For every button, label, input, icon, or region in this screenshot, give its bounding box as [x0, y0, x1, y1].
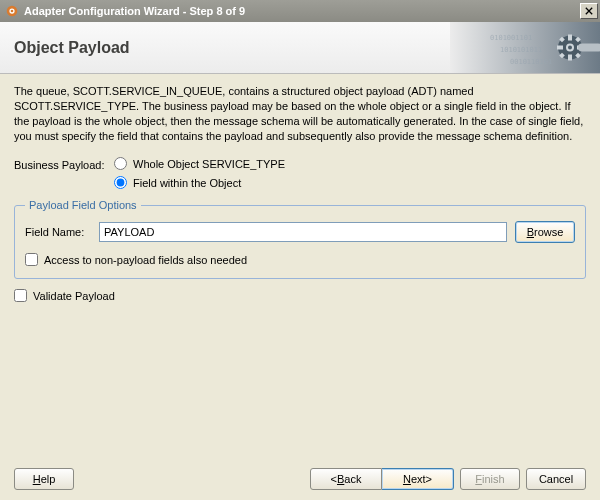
- header-decoration: 0101001101 1010101011 0010110101: [450, 22, 600, 73]
- svg-rect-10: [568, 55, 572, 61]
- radio-whole-object-label: Whole Object SERVICE_TYPE: [133, 158, 285, 170]
- business-payload-row: Business Payload: Whole Object SERVICE_T…: [14, 157, 586, 189]
- finish-button: Finish: [460, 468, 520, 490]
- wizard-footer: Help < Back Next > Finish Cancel: [0, 458, 600, 500]
- svg-point-17: [568, 46, 572, 50]
- validate-payload-label: Validate Payload: [33, 290, 115, 302]
- radio-field-within[interactable]: Field within the Object: [114, 176, 285, 189]
- nav-button-group: < Back Next >: [310, 468, 454, 490]
- svg-text:1010101011: 1010101011: [500, 46, 542, 54]
- radio-field-within-input[interactable]: [114, 176, 127, 189]
- field-name-input[interactable]: [99, 222, 507, 242]
- radio-field-within-label: Field within the Object: [133, 177, 241, 189]
- business-payload-radios: Whole Object SERVICE_TYPE Field within t…: [114, 157, 285, 189]
- description-text: The queue, SCOTT.SERVICE_IN_QUEUE, conta…: [14, 84, 586, 143]
- back-button[interactable]: < Back: [310, 468, 382, 490]
- close-button[interactable]: [580, 3, 598, 19]
- window-title: Adapter Configuration Wizard - Step 8 of…: [24, 5, 580, 17]
- cancel-button[interactable]: Cancel: [526, 468, 586, 490]
- radio-whole-object[interactable]: Whole Object SERVICE_TYPE: [114, 157, 285, 170]
- wizard-content: The queue, SCOTT.SERVICE_IN_QUEUE, conta…: [0, 74, 600, 302]
- help-button[interactable]: Help: [14, 468, 74, 490]
- access-non-payload-input[interactable]: [25, 253, 38, 266]
- svg-rect-9: [568, 35, 572, 41]
- app-icon: [4, 3, 20, 19]
- title-bar: Adapter Configuration Wizard - Step 8 of…: [0, 0, 600, 22]
- svg-text:0101001101: 0101001101: [490, 34, 532, 42]
- field-name-label: Field Name:: [25, 226, 91, 238]
- access-non-payload-checkbox[interactable]: Access to non-payload fields also needed: [25, 253, 575, 266]
- svg-text:0010110101: 0010110101: [510, 58, 552, 66]
- validate-payload-checkbox[interactable]: Validate Payload: [14, 289, 586, 302]
- payload-field-options-group: Payload Field Options Field Name: Browse…: [14, 199, 586, 279]
- svg-rect-11: [557, 46, 563, 50]
- field-name-row: Field Name: Browse: [25, 221, 575, 243]
- browse-button[interactable]: Browse: [515, 221, 575, 243]
- svg-rect-18: [578, 44, 600, 52]
- validate-payload-input[interactable]: [14, 289, 27, 302]
- svg-point-2: [11, 10, 14, 13]
- wizard-header: Object Payload 0101001101 1010101011 001…: [0, 22, 600, 74]
- next-button[interactable]: Next >: [382, 468, 454, 490]
- payload-field-options-legend: Payload Field Options: [25, 199, 141, 211]
- radio-whole-object-input[interactable]: [114, 157, 127, 170]
- page-title: Object Payload: [14, 39, 130, 57]
- business-payload-label: Business Payload:: [14, 157, 114, 171]
- access-non-payload-label: Access to non-payload fields also needed: [44, 254, 247, 266]
